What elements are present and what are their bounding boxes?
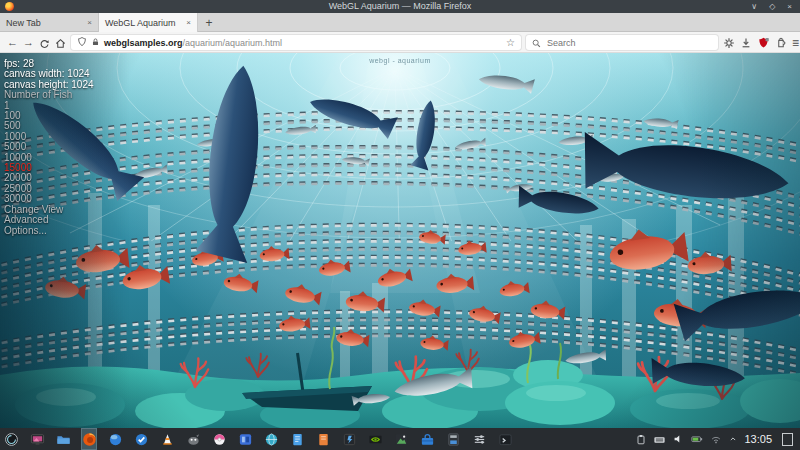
options-item[interactable]: Options...: [4, 226, 94, 236]
adblock-extension-icon[interactable]: [757, 35, 770, 50]
aquarium-canvas[interactable]: [0, 53, 800, 428]
system-tray: 13:05: [635, 433, 797, 446]
image-viewer-icon[interactable]: [393, 428, 409, 450]
nvidia-settings-icon[interactable]: [367, 428, 383, 450]
toolbox-icon[interactable]: [419, 428, 435, 450]
updater-check-icon[interactable]: [133, 428, 149, 450]
wifi-icon[interactable]: [710, 433, 722, 445]
new-tab-button[interactable]: +: [198, 13, 220, 32]
aquarium-page: webgl - aquarium fps: 28 canvas width: 1…: [0, 53, 800, 428]
settings-sliders-icon[interactable]: [471, 428, 487, 450]
tab-close-icon[interactable]: ×: [87, 18, 92, 27]
clipboard-icon[interactable]: [635, 433, 647, 446]
document-orange-icon[interactable]: [315, 428, 331, 450]
tab-new-tab[interactable]: New Tab ×: [0, 13, 99, 32]
show-desktop-button[interactable]: [782, 433, 793, 446]
app-launcher-icon[interactable]: [3, 428, 19, 450]
close-button[interactable]: ×: [787, 0, 792, 13]
lock-icon[interactable]: [91, 37, 100, 49]
browser-sphere-icon[interactable]: [107, 428, 123, 450]
fish-count-menu-title: Number of Fish: [4, 90, 94, 100]
advanced-item[interactable]: Advanced: [4, 215, 94, 225]
search-icon: [532, 34, 541, 52]
reload-icon[interactable]: [39, 32, 50, 53]
taskbar-clock[interactable]: 13:05: [744, 433, 772, 445]
firefox-window-icon: [5, 2, 14, 11]
taskbar: 13:05: [0, 428, 800, 450]
document-blue-icon[interactable]: [289, 428, 305, 450]
bookmark-star-icon[interactable]: ☆: [506, 37, 515, 48]
download-icon[interactable]: [740, 35, 752, 50]
maximize-button[interactable]: ◇: [769, 0, 775, 13]
keyboard-icon[interactable]: [653, 433, 666, 446]
calculator-icon[interactable]: [445, 428, 461, 450]
back-button[interactable]: ←: [7, 32, 18, 53]
search-field[interactable]: [526, 35, 718, 50]
terminal-icon[interactable]: [497, 428, 513, 450]
vlc-icon[interactable]: [159, 428, 175, 450]
battery-icon[interactable]: [690, 433, 704, 445]
home-icon[interactable]: [55, 32, 66, 53]
navigation-toolbar: ← → webglsamples.org/aquarium/aquarium.h…: [0, 32, 800, 53]
tab-strip: New Tab × WebGL Aquarium × +: [0, 13, 800, 32]
url-bar[interactable]: webglsamples.org/aquarium/aquarium.html …: [71, 35, 521, 50]
web-globe-icon[interactable]: [263, 428, 279, 450]
window-title: WebGL Aquarium — Mozilla Firefox: [0, 0, 800, 13]
window-titlebar[interactable]: WebGL Aquarium — Mozilla Firefox ∨ ◇ ×: [0, 0, 800, 13]
url-domain: webglsamples.org: [104, 38, 183, 48]
tray-expand-caret-icon[interactable]: [728, 434, 738, 444]
shield-icon[interactable]: [77, 36, 87, 49]
volume-icon[interactable]: [672, 433, 684, 445]
gear-icon[interactable]: [723, 35, 735, 50]
dome-text: webgl - aquarium: [0, 57, 800, 64]
search-input[interactable]: [545, 37, 712, 49]
menu-icon[interactable]: ≡: [792, 35, 799, 50]
tab-webgl-aquarium[interactable]: WebGL Aquarium ×: [99, 13, 198, 32]
photo-tool-icon[interactable]: [341, 428, 357, 450]
tab-close-icon[interactable]: ×: [186, 18, 191, 27]
webgl-hud: fps: 28 canvas width: 1024 canvas height…: [4, 59, 94, 236]
file-manager-icon[interactable]: [55, 428, 71, 450]
extensions-puzzle-icon[interactable]: [775, 35, 787, 50]
media-ball-icon[interactable]: [211, 428, 227, 450]
forward-button[interactable]: →: [23, 32, 34, 53]
url-path: /aquarium/aquarium.html: [183, 38, 283, 48]
minimize-button[interactable]: ∨: [751, 0, 757, 13]
ide-blue-icon[interactable]: [237, 428, 253, 450]
tab-label: WebGL Aquarium: [105, 18, 176, 28]
tab-label: New Tab: [6, 18, 41, 28]
taskbar-firefox-icon[interactable]: [81, 428, 97, 450]
gimp-icon[interactable]: [185, 428, 201, 450]
desktop: WebGL Aquarium — Mozilla Firefox ∨ ◇ × N…: [0, 0, 800, 450]
display-app-icon[interactable]: [29, 428, 45, 450]
